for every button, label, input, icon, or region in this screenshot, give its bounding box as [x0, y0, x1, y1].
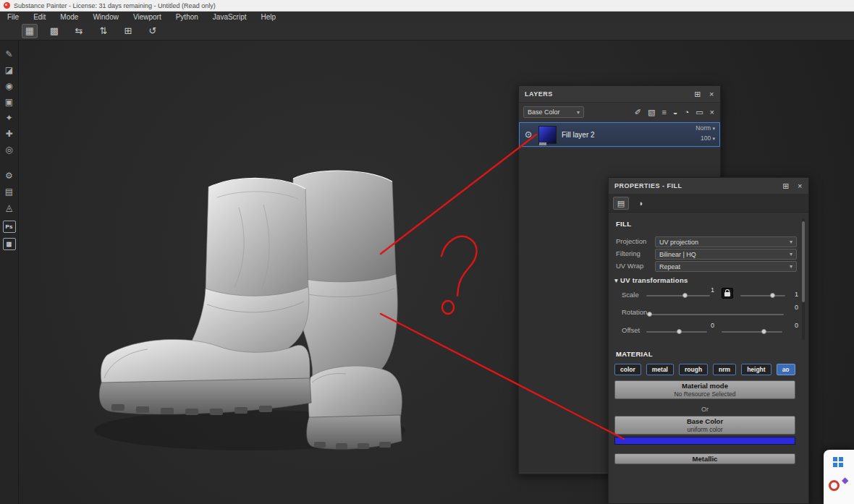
delete-layer-icon[interactable]: × [710, 108, 714, 116]
offset-value-1[interactable]: 0 [703, 322, 714, 329]
properties-scrollbar[interactable] [802, 218, 805, 340]
uv-wrap-dropdown[interactable]: Repeat ▾ [655, 261, 797, 272]
metallic-section-bar[interactable]: Metallic [614, 453, 795, 464]
menu-mode[interactable]: Mode [53, 12, 85, 22]
layer-blend-mode[interactable]: Norm ▾ [696, 124, 715, 132]
add-view-icon[interactable]: ⊞ [120, 24, 136, 38]
offset-slider-2-handle[interactable] [761, 329, 766, 334]
add-folder-icon[interactable]: ▭ [696, 108, 703, 117]
menu-window[interactable]: Window [85, 12, 126, 22]
offset-slider-2[interactable] [722, 331, 782, 333]
channel-dropdown[interactable]: Base Color ▾ [523, 106, 584, 118]
layer-opacity[interactable]: 100 ▾ [701, 134, 715, 142]
material-mode-button[interactable]: Material mode No Resource Selected [614, 380, 795, 399]
add-fill-layer-icon[interactable]: ◒ [673, 108, 678, 116]
ui-layout-grid-icon[interactable]: ▦ [22, 24, 38, 38]
dock-panel-icon[interactable]: ⊞ [782, 181, 790, 191]
tab-material-preview[interactable]: ◗ [633, 197, 649, 210]
scrollbar-thumb[interactable] [802, 221, 805, 302]
recording-icon[interactable] [829, 480, 840, 491]
menu-edit[interactable]: Edit [26, 12, 53, 22]
channel-metal-button[interactable]: metal [646, 364, 674, 375]
windows-security-icon[interactable] [833, 457, 843, 467]
uv-transformations-header[interactable]: ▾ UV transformations [614, 276, 688, 284]
base-color-swatch[interactable] [614, 437, 795, 445]
rotation-slider[interactable] [646, 314, 784, 315]
uv-transformations-label: UV transformations [620, 276, 688, 284]
layer-name[interactable]: Fill layer 2 [562, 131, 595, 139]
smudge-tool-icon[interactable]: ✦ [5, 110, 12, 126]
projection-value: UV projection [659, 239, 698, 246]
scale-slider-2[interactable] [740, 295, 785, 296]
app-tray-icon[interactable]: ◆ [842, 475, 848, 485]
add-smart-material-icon[interactable]: ▧ [648, 108, 655, 117]
offset-value-2[interactable]: 0 [787, 322, 798, 329]
chevron-down-icon: ▾ [790, 263, 792, 270]
scale-slider-1[interactable] [646, 295, 710, 296]
dock-grid-icon[interactable]: ▩ [46, 24, 62, 38]
add-effect-icon[interactable]: ✐ [635, 108, 641, 117]
offset-slider-1[interactable] [646, 331, 707, 333]
chevron-down-icon: ▾ [790, 251, 792, 257]
add-group-icon[interactable]: ≡ [661, 108, 666, 116]
eraser-tool-icon[interactable]: ◪ [5, 62, 13, 78]
channel-rough-button[interactable]: rough [679, 364, 708, 375]
filtering-value: Bilinear | HQ [659, 251, 696, 258]
display-settings-icon[interactable]: ▤ [5, 184, 13, 200]
base-color-title: Base Color [615, 417, 795, 426]
menu-help[interactable]: Help [254, 12, 284, 22]
add-paint-layer-icon[interactable]: ◔ [685, 108, 690, 116]
scale-value-1[interactable]: 1 [703, 286, 714, 294]
projection-dropdown[interactable]: UV projection ▾ [655, 236, 797, 247]
properties-panel-header: PROPERTIES - FILL ⊞ × [609, 178, 808, 195]
visibility-eye-icon[interactable]: ⊙ [525, 129, 532, 140]
chevron-down-icon: ▾ [577, 109, 580, 116]
paint-tool-icon[interactable]: ✎ [5, 46, 12, 62]
rotation-label: Rotation [622, 307, 647, 318]
photoshop-badge[interactable]: Ps [3, 221, 16, 233]
picker-tool-icon[interactable]: ◎ [5, 142, 12, 158]
rotation-value[interactable]: 0 [787, 304, 798, 311]
lock-icon [724, 292, 730, 296]
scale-lock-button[interactable] [722, 288, 733, 299]
dock-panel-icon[interactable]: ⊞ [694, 90, 701, 99]
tab-fill-properties[interactable]: ▤ [613, 197, 629, 210]
properties-tab-row: ▤ ◗ [609, 194, 808, 213]
snap-icon[interactable]: ⇅ [96, 24, 111, 38]
menu-file[interactable]: File [0, 12, 26, 22]
camera-settings-icon[interactable]: ◬ [6, 200, 12, 215]
scale-value-2[interactable]: 1 [787, 291, 798, 298]
channel-nrm-button[interactable]: nrm [713, 364, 736, 375]
scale-slider-1-handle[interactable] [682, 293, 688, 298]
chevron-down-icon: ▾ [712, 126, 715, 131]
projection-tool-icon[interactable]: ◉ [5, 78, 12, 94]
document-badge[interactable]: ▥ [3, 238, 16, 250]
rotation-slider-handle[interactable] [647, 312, 652, 317]
layers-toolbar: ✐ ▧ ≡ ◒ ◔ ▭ × [635, 105, 714, 119]
history-icon[interactable]: ↺ [145, 24, 161, 38]
clone-tool-icon[interactable]: ✚ [5, 126, 12, 142]
menu-javascript[interactable]: JavaScript [206, 12, 254, 22]
model-boots[interactable] [65, 163, 427, 474]
polygon-fill-tool-icon[interactable]: ▣ [5, 94, 13, 110]
channel-color-button[interactable]: color [614, 364, 641, 375]
layer-thumbnail[interactable] [538, 126, 557, 144]
system-tray-popup: ◆ [824, 450, 854, 504]
close-panel-icon[interactable]: × [798, 181, 803, 190]
offset-slider-1-handle[interactable] [677, 329, 682, 334]
offset-label: Offset [622, 325, 640, 336]
close-panel-icon[interactable]: × [709, 90, 714, 98]
symmetry-icon[interactable]: ⇆ [71, 24, 87, 38]
layer-row-selected[interactable]: ⊙ Fill layer 2 Norm ▾ 100 ▾ [519, 122, 720, 147]
base-color-button[interactable]: Base Color uniform color [614, 416, 795, 435]
channel-height-button[interactable]: height [741, 364, 771, 375]
layers-panel-header: LAYERS ⊞ × [519, 86, 720, 103]
menu-viewport[interactable]: Viewport [126, 12, 169, 22]
filtering-dropdown[interactable]: Bilinear | HQ ▾ [655, 249, 797, 260]
scale-slider-2-handle[interactable] [770, 293, 775, 298]
properties-panel-title: PROPERTIES - FILL [614, 182, 682, 189]
menu-python[interactable]: Python [169, 12, 206, 22]
channel-ao-button[interactable]: ao [777, 364, 795, 375]
scale-label: Scale [622, 289, 639, 301]
settings-icon[interactable]: ⚙ [5, 168, 13, 184]
